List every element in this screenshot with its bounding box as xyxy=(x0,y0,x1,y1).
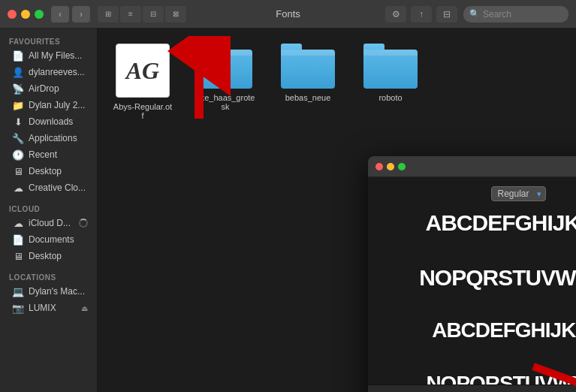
traffic-lights xyxy=(8,10,44,19)
sidebar-item-airdrop[interactable]: 📡 AirDrop xyxy=(3,80,94,97)
popup-title-bar: Abys xyxy=(368,156,576,177)
sidebar-item-desktop[interactable]: 🖥 Desktop xyxy=(3,163,94,179)
sidebar-label: iCloud D... xyxy=(29,218,71,228)
sidebar-item-user[interactable]: 👤 dylanreeves... xyxy=(3,64,94,80)
documents-icon: 📄 xyxy=(12,234,24,246)
folder-bebas-label: bebas_neue xyxy=(285,93,331,102)
desktop-icon: 🖥 xyxy=(12,165,24,177)
sidebar-item-lumix[interactable]: 📷 LUMIX ⏏ xyxy=(3,300,94,316)
icon-view-button[interactable]: ⊞ xyxy=(98,6,119,23)
popup-body: Regular ABCDEFGHIJKLM NOPQRSTUVWXYZ abcd… xyxy=(368,177,576,384)
file-grid: AG Abys-Regular.otf alte_haas_grotesk xyxy=(113,44,561,120)
font-file-item[interactable]: AG Abys-Regular.otf xyxy=(113,44,173,120)
sidebar-item-downloads[interactable]: ⬇ Downloads xyxy=(3,113,94,130)
search-placeholder: Search xyxy=(483,9,511,20)
folder-alte-haas-icon xyxy=(198,44,252,89)
sidebar-label: Desktop xyxy=(29,251,62,261)
font-sample-text: ABCDEFGHIJKLM NOPQRSTUVWXYZ abcdefghijkl… xyxy=(419,210,576,384)
sidebar: Favourites 📄 All My Files... 👤 dylanreev… xyxy=(0,29,98,392)
airdrop-icon: 📡 xyxy=(12,83,24,95)
popup-traffic-lights xyxy=(375,163,406,170)
sample-row-4: nopqrstuvwxyz xyxy=(419,372,576,384)
folder-bebas[interactable]: bebas_neue xyxy=(278,44,338,102)
style-dropdown[interactable]: Regular xyxy=(491,186,546,201)
sidebar-label: AirDrop xyxy=(29,83,59,94)
sidebar-section-icloud: iCloud xyxy=(0,202,97,215)
cloud-icon: ☁ xyxy=(12,182,24,194)
sidebar-label: Applications xyxy=(29,133,77,143)
sidebar-label: dylanreeves... xyxy=(29,67,85,77)
folder-body xyxy=(363,50,418,89)
sidebar-item-documents[interactable]: 📄 Documents xyxy=(3,231,94,248)
column-view-button[interactable]: ⊟ xyxy=(143,6,164,23)
window-title: Fonts xyxy=(276,8,300,20)
popup-footer: (Not Installed) Install Font xyxy=(368,384,576,392)
font-file-icon: AG xyxy=(116,44,170,98)
sidebar-section-favourites: Favourites xyxy=(0,35,97,47)
forward-button[interactable]: › xyxy=(72,6,90,23)
finder-window: ‹ › ⊞ ≡ ⊟ ⊠ Fonts ⚙ ↑ ⊟ 🔍 Search Favouri… xyxy=(0,0,576,392)
sidebar-label: Creative Clo... xyxy=(29,182,86,193)
folder-body xyxy=(281,50,335,89)
folder-alte-haas-label: alte_haas_grotesk xyxy=(195,93,255,111)
font-file-label: Abys-Regular.otf xyxy=(113,102,173,120)
toolbar-actions: ⚙ ↑ ⊟ xyxy=(385,6,457,23)
loading-spinner xyxy=(79,219,88,228)
share-button[interactable]: ↑ xyxy=(411,6,432,23)
sidebar-label: Dylan's Mac... xyxy=(29,286,85,297)
sidebar-section-locations: Locations xyxy=(0,270,97,283)
sidebar-label: LUMIX xyxy=(29,303,56,313)
font-preview-letters: AG xyxy=(126,57,159,85)
sidebar-label: Downloads xyxy=(29,116,73,127)
folder-alte-haas[interactable]: alte_haas_grotesk xyxy=(195,44,255,111)
folder-icon: 📁 xyxy=(12,99,24,111)
sidebar-item-desktop2[interactable]: 🖥 Desktop xyxy=(3,248,94,264)
list-view-button[interactable]: ≡ xyxy=(120,6,141,23)
style-selector: Regular xyxy=(491,186,546,201)
sidebar-item-all-my-files[interactable]: 📄 All My Files... xyxy=(3,47,94,64)
user-icon: 👤 xyxy=(12,66,24,78)
popup-close[interactable] xyxy=(375,163,383,170)
minimize-button[interactable] xyxy=(21,10,30,19)
popup-minimize[interactable] xyxy=(387,163,394,170)
file-icon: 📄 xyxy=(12,50,24,62)
sidebar-item-recent[interactable]: 🕐 Recent xyxy=(3,146,94,163)
folder-roboto[interactable]: roboto xyxy=(360,44,421,102)
sidebar-item-creative-cloud[interactable]: ☁ Creative Clo... xyxy=(3,179,94,196)
search-bar[interactable]: 🔍 Search xyxy=(463,6,568,23)
toolbar-nav: ‹ › xyxy=(51,6,90,23)
sidebar-label: Recent xyxy=(29,149,57,160)
recent-icon: 🕐 xyxy=(12,149,24,161)
back-button[interactable]: ‹ xyxy=(51,6,69,23)
sidebar-item-icloud-drive[interactable]: ☁ iCloud D... xyxy=(3,215,94,231)
downloads-icon: ⬇ xyxy=(12,116,24,128)
style-dropdown-wrapper[interactable]: Regular xyxy=(491,186,546,201)
sidebar-label: Desktop xyxy=(29,166,62,176)
file-area: AG Abys-Regular.otf alte_haas_grotesk xyxy=(98,29,576,392)
sidebar-item-dylan-july[interactable]: 📁 Dylan July 2... xyxy=(3,97,94,113)
sample-row-1: ABCDEFGHIJKLM xyxy=(419,210,576,235)
font-preview-popup: Abys Regular ABCDEFGHI xyxy=(368,156,576,392)
folder-roboto-icon xyxy=(363,44,418,89)
folder-bebas-icon xyxy=(281,44,335,89)
title-bar: ‹ › ⊞ ≡ ⊟ ⊠ Fonts ⚙ ↑ ⊟ 🔍 Search xyxy=(0,0,576,29)
icloud-icon: ☁ xyxy=(12,217,24,229)
desktop2-icon: 🖥 xyxy=(12,250,24,262)
mac-icon: 💻 xyxy=(12,285,24,297)
font-sample-display: ABCDEFGHIJKLM NOPQRSTUVWXYZ abcdefghijkl… xyxy=(419,210,576,384)
gallery-view-button[interactable]: ⊠ xyxy=(165,6,186,23)
sidebar-label: All My Files... xyxy=(29,50,82,61)
toolbar-views: ⊞ ≡ ⊟ ⊠ xyxy=(98,6,186,23)
sidebar-label: Dylan July 2... xyxy=(29,100,85,110)
maximize-button[interactable] xyxy=(35,10,44,19)
search-icon: 🔍 xyxy=(469,9,480,19)
sidebar-item-mac[interactable]: 💻 Dylan's Mac... xyxy=(3,283,94,300)
folder-body xyxy=(198,50,252,89)
action-button[interactable]: ⊟ xyxy=(436,6,457,23)
font-sample-area: ABCDEFGHIJKLM NOPQRSTUVWXYZ abcdefghijkl… xyxy=(377,210,576,384)
popup-maximize[interactable] xyxy=(398,163,406,170)
close-button[interactable] xyxy=(8,10,17,19)
sidebar-label: Documents xyxy=(29,234,74,245)
settings-button[interactable]: ⚙ xyxy=(385,6,406,23)
sidebar-item-applications[interactable]: 🔧 Applications xyxy=(3,130,94,146)
